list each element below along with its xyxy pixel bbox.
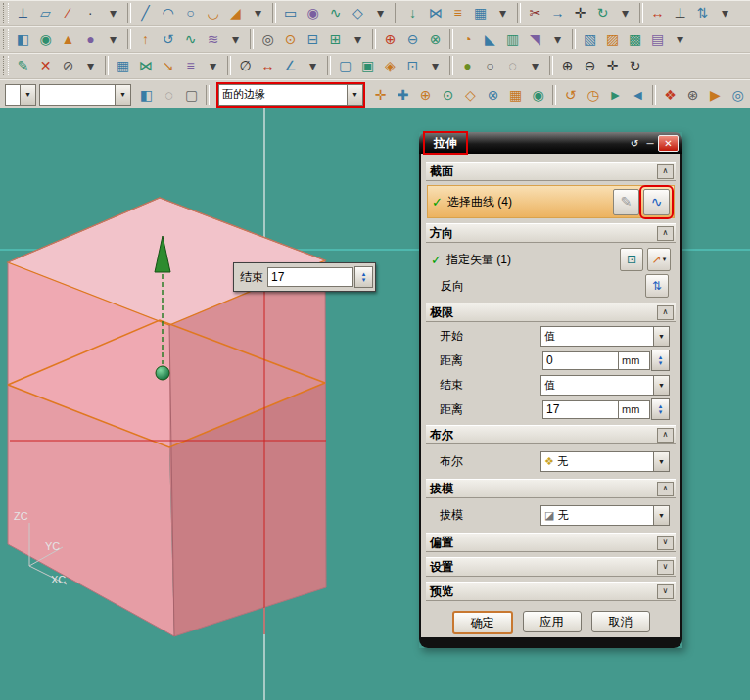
rect-icon[interactable]: ▭ — [279, 2, 302, 23]
snap-midpoint-icon[interactable]: ⊕ — [414, 84, 437, 106]
vector-dialog-button[interactable]: ⊡ — [620, 248, 643, 271]
chevron-down-icon[interactable]: ▼ — [653, 327, 669, 346]
dropdown-arrow-icon[interactable]: ▾ — [669, 28, 691, 50]
clock-icon[interactable]: ◷ — [582, 84, 604, 106]
distance-icon[interactable]: ↔ — [257, 55, 279, 76]
cube-icon[interactable]: ◧ — [12, 28, 34, 50]
chevron-up-icon[interactable]: ∧ — [657, 482, 674, 496]
diameter-icon[interactable]: ∅ — [234, 55, 257, 76]
unite-icon[interactable]: ⊕ — [379, 28, 401, 50]
curve-rule-button[interactable]: ∿ — [643, 189, 670, 215]
reverse-direction-button[interactable]: ⇅ — [645, 274, 669, 298]
dropdown-arrow-icon[interactable]: ▾ — [247, 2, 269, 23]
drag-ball-handle[interactable] — [156, 366, 169, 380]
trim-icon[interactable]: ✂ — [524, 2, 546, 23]
boolean-group-header[interactable]: 布尔 ∧ — [426, 425, 676, 444]
end-distance-input[interactable] — [542, 400, 619, 419]
fillet-icon[interactable]: ◡ — [202, 2, 224, 23]
extend-icon[interactable]: → — [546, 2, 569, 23]
arc-icon[interactable]: ◠ — [157, 2, 179, 23]
dropdown-arrow-icon[interactable]: ▾ — [102, 28, 124, 50]
edge-chamfer-icon[interactable]: ◣ — [479, 28, 501, 50]
end-limit-combo[interactable]: 值 ▼ — [540, 375, 670, 396]
section-group-header[interactable]: 截面 ∧ — [426, 162, 676, 181]
boolean-combo[interactable]: ❖ 无 ▼ — [540, 451, 670, 472]
view-top-icon[interactable]: ▣ — [356, 55, 379, 76]
back-icon[interactable]: ◄ — [627, 84, 649, 106]
offset-curve-icon[interactable]: ≡ — [446, 2, 469, 23]
minimize-button[interactable]: ─ — [642, 136, 658, 151]
point-icon[interactable]: ∙ — [79, 2, 102, 23]
forward-icon[interactable]: ► — [604, 84, 627, 106]
edge-blend-icon[interactable]: ◔ — [456, 28, 479, 50]
view-iso-icon[interactable]: ◈ — [379, 55, 401, 76]
shaded-icon[interactable]: ● — [456, 55, 479, 76]
dimension-icon[interactable]: ⇅ — [691, 2, 714, 23]
chevron-down-icon[interactable]: ∨ — [657, 584, 674, 599]
start-distance-input[interactable] — [542, 351, 619, 370]
cylinder-icon[interactable]: ◉ — [34, 28, 57, 50]
start-limit-combo[interactable]: 值 ▼ — [540, 326, 670, 347]
selection-scope-combo[interactable]: ▼ — [39, 84, 131, 106]
trim-body-icon[interactable]: ▧ — [579, 28, 601, 50]
curve-rule-filter-combo[interactable]: 面的边缘 ▼ — [218, 84, 363, 106]
select-curve-row[interactable]: ✓ 选择曲线 (4) ✎ ∿ — [427, 185, 675, 218]
chevron-down-icon[interactable]: ∨ — [657, 560, 674, 575]
chevron-down-icon[interactable]: ▼ — [347, 85, 362, 105]
shell-icon[interactable]: ▥ — [501, 28, 524, 50]
draft-group-header[interactable]: 拔模 ∧ — [426, 479, 676, 498]
history-icon[interactable]: ↺ — [559, 84, 582, 106]
csys-icon[interactable]: ⟂ — [12, 2, 34, 23]
intersect-icon[interactable]: ⊗ — [424, 28, 446, 50]
dialog-titlebar[interactable]: 拉伸 ↺ ─ ✕ — [419, 132, 682, 154]
zoom-out-icon[interactable]: ⊖ — [579, 55, 601, 76]
solid-face-icon[interactable]: ◧ — [135, 84, 158, 106]
sew-icon[interactable]: ▤ — [646, 28, 669, 50]
close-button[interactable]: ✕ — [658, 135, 679, 152]
vector-constructor-button[interactable]: ↗ ▾ — [647, 248, 671, 271]
angle-icon[interactable]: ∠ — [279, 55, 302, 76]
offset-group-header[interactable]: 偏置 ∨ — [426, 533, 676, 552]
loft-icon[interactable]: ≋ — [202, 28, 224, 50]
datum-plane-icon[interactable]: ▱ — [34, 2, 57, 23]
dropdown-arrow-icon[interactable]: ▾ — [546, 28, 569, 50]
taper-icon[interactable]: ◥ — [524, 28, 546, 50]
chevron-down-icon[interactable]: ▼ — [653, 452, 669, 471]
polygon-icon[interactable]: ◇ — [347, 2, 369, 23]
dropdown-arrow-icon[interactable]: ▾ — [714, 2, 736, 23]
orbit-icon[interactable]: ↻ — [624, 55, 646, 76]
edit-feature-icon[interactable]: ✎ — [12, 55, 34, 76]
dropdown-arrow-icon[interactable]: ▾ — [614, 2, 636, 23]
dropdown-arrow-icon[interactable]: ▾ — [492, 2, 514, 23]
pad-icon[interactable]: ⊞ — [324, 28, 347, 50]
dashed-circle-icon[interactable]: ◌ — [158, 84, 180, 106]
chevron-up-icon[interactable]: ∧ — [657, 305, 674, 320]
snap-center-icon[interactable]: ⊙ — [437, 84, 459, 106]
sweep-icon[interactable]: ∿ — [179, 28, 202, 50]
gear-icon[interactable]: ⊛ — [681, 84, 704, 106]
constraint-icon[interactable]: ⊥ — [669, 2, 691, 23]
project-curve-icon[interactable]: ↓ — [401, 2, 424, 23]
chevron-down-icon[interactable]: ∨ — [657, 536, 674, 550]
split-body-icon[interactable]: ▨ — [601, 28, 624, 50]
wireframe-icon[interactable]: ○ — [479, 55, 501, 76]
offset-face-icon[interactable]: ≡ — [179, 55, 202, 76]
spline-icon[interactable]: ∿ — [324, 2, 347, 23]
onscreen-end-input[interactable] — [267, 267, 353, 287]
toolbar-grip[interactable] — [3, 29, 9, 49]
dropdown-arrow-icon[interactable]: ▾ — [102, 2, 124, 23]
dropdown-arrow-icon[interactable]: ▾ — [369, 2, 392, 23]
hole-icon[interactable]: ◎ — [257, 28, 279, 50]
reset-button[interactable]: ↺ — [627, 136, 642, 151]
ok-button[interactable]: 确定 — [452, 611, 513, 634]
chevron-up-icon[interactable]: ∧ — [657, 226, 674, 241]
snap-node-icon[interactable]: ◉ — [527, 84, 549, 106]
limits-group-header[interactable]: 极限 ∧ — [426, 303, 676, 322]
pattern-curve-icon[interactable]: ▦ — [469, 2, 492, 23]
start-distance-spinner[interactable]: ▴ ▾ — [651, 350, 670, 371]
dropdown-arrow-icon[interactable]: ▾ — [202, 55, 224, 76]
settings-group-header[interactable]: 设置 ∨ — [426, 557, 676, 577]
suppress-icon[interactable]: ⊘ — [57, 55, 79, 76]
fit-view-icon[interactable]: ⊡ — [401, 55, 424, 76]
move-icon[interactable]: ✛ — [569, 2, 591, 23]
